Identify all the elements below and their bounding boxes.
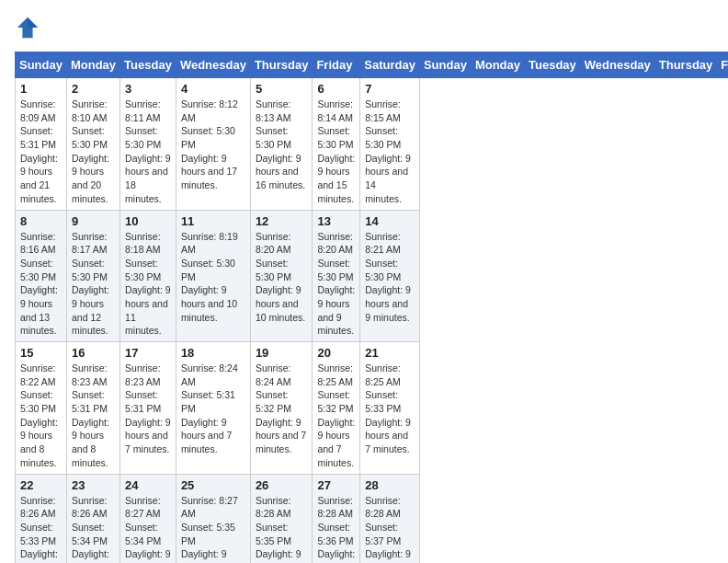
day-number: 5 xyxy=(256,82,308,96)
day-number: 15 xyxy=(20,346,62,360)
day-number: 3 xyxy=(125,82,171,96)
calendar-cell: 24 Sunrise: 8:27 AMSunset: 5:34 PMDaylig… xyxy=(120,474,176,563)
day-info: Sunrise: 8:28 AMSunset: 5:37 PMDaylight:… xyxy=(365,494,415,564)
day-info: Sunrise: 8:20 AMSunset: 5:30 PMDaylight:… xyxy=(317,230,355,339)
day-number: 19 xyxy=(256,346,308,360)
logo-icon xyxy=(15,15,40,40)
day-number: 22 xyxy=(20,478,62,492)
calendar-cell: 21 Sunrise: 8:25 AMSunset: 5:33 PMDaylig… xyxy=(360,342,420,475)
calendar-cell: 1 Sunrise: 8:09 AMSunset: 5:31 PMDayligh… xyxy=(16,78,67,211)
calendar-cell: 23 Sunrise: 8:26 AMSunset: 5:34 PMDaylig… xyxy=(66,474,119,563)
day-info: Sunrise: 8:24 AMSunset: 5:31 PMDaylight:… xyxy=(181,362,245,456)
day-info: Sunrise: 8:10 AMSunset: 5:30 PMDaylight:… xyxy=(72,98,115,206)
svg-marker-1 xyxy=(28,17,38,28)
day-number: 11 xyxy=(181,214,245,228)
day-header-monday: Monday xyxy=(471,52,524,78)
logo xyxy=(15,15,44,40)
day-info: Sunrise: 8:23 AMSunset: 5:31 PMDaylight:… xyxy=(72,362,115,470)
calendar-cell: 12 Sunrise: 8:20 AMSunset: 5:30 PMDaylig… xyxy=(250,210,313,342)
day-number: 2 xyxy=(72,82,115,96)
day-number: 4 xyxy=(181,82,245,96)
day-info: Sunrise: 8:23 AMSunset: 5:31 PMDaylight:… xyxy=(125,362,171,456)
day-number: 18 xyxy=(181,346,245,360)
day-number: 6 xyxy=(317,82,355,96)
calendar-cell: 6 Sunrise: 8:14 AMSunset: 5:30 PMDayligh… xyxy=(313,78,360,211)
day-info: Sunrise: 8:15 AMSunset: 5:30 PMDaylight:… xyxy=(365,98,415,206)
calendar-cell: 19 Sunrise: 8:24 AMSunset: 5:32 PMDaylig… xyxy=(250,342,313,475)
day-number: 23 xyxy=(72,478,115,492)
day-header-sunday: Sunday xyxy=(419,52,471,78)
calendar-cell: 3 Sunrise: 8:11 AMSunset: 5:30 PMDayligh… xyxy=(120,78,176,211)
calendar-cell: 7 Sunrise: 8:15 AMSunset: 5:30 PMDayligh… xyxy=(360,78,420,211)
day-info: Sunrise: 8:26 AMSunset: 5:34 PMDaylight:… xyxy=(72,494,115,564)
calendar-cell: 13 Sunrise: 8:20 AMSunset: 5:30 PMDaylig… xyxy=(313,210,360,342)
day-number: 28 xyxy=(365,478,415,492)
day-number: 26 xyxy=(256,478,308,492)
day-number: 20 xyxy=(317,346,355,360)
calendar-cell: 22 Sunrise: 8:26 AMSunset: 5:33 PMDaylig… xyxy=(16,474,67,563)
day-info: Sunrise: 8:16 AMSunset: 5:30 PMDaylight:… xyxy=(20,230,62,339)
day-info: Sunrise: 8:11 AMSunset: 5:30 PMDaylight:… xyxy=(125,98,171,206)
day-info: Sunrise: 8:27 AMSunset: 5:35 PMDaylight:… xyxy=(181,494,245,564)
day-info: Sunrise: 8:21 AMSunset: 5:30 PMDaylight:… xyxy=(365,230,415,325)
day-header-thursday: Thursday xyxy=(654,52,717,78)
day-number: 17 xyxy=(125,346,171,360)
day-header-thursday: Thursday xyxy=(250,52,313,78)
day-number: 13 xyxy=(317,214,355,228)
calendar-cell: 26 Sunrise: 8:28 AMSunset: 5:35 PMDaylig… xyxy=(250,474,313,563)
day-header-sunday: Sunday xyxy=(16,52,67,78)
calendar-cell: 27 Sunrise: 8:28 AMSunset: 5:36 PMDaylig… xyxy=(313,474,360,563)
day-number: 9 xyxy=(72,214,115,228)
day-header-friday: Friday xyxy=(717,52,728,78)
day-info: Sunrise: 8:25 AMSunset: 5:32 PMDaylight:… xyxy=(317,362,355,470)
day-info: Sunrise: 8:17 AMSunset: 5:30 PMDaylight:… xyxy=(72,230,115,339)
day-header-monday: Monday xyxy=(66,52,119,78)
day-info: Sunrise: 8:26 AMSunset: 5:33 PMDaylight:… xyxy=(20,494,62,564)
day-number: 8 xyxy=(20,214,62,228)
day-info: Sunrise: 8:25 AMSunset: 5:33 PMDaylight:… xyxy=(365,362,415,456)
day-number: 21 xyxy=(365,346,415,360)
day-number: 24 xyxy=(125,478,171,492)
calendar-cell: 8 Sunrise: 8:16 AMSunset: 5:30 PMDayligh… xyxy=(16,210,67,342)
week-row-3: 15 Sunrise: 8:22 AMSunset: 5:30 PMDaylig… xyxy=(16,342,729,475)
day-number: 25 xyxy=(181,478,245,492)
day-header-wednesday: Wednesday xyxy=(580,52,654,78)
day-info: Sunrise: 8:18 AMSunset: 5:30 PMDaylight:… xyxy=(125,230,171,339)
calendar-table: SundayMondayTuesdayWednesdayThursdayFrid… xyxy=(15,52,728,563)
calendar-cell: 10 Sunrise: 8:18 AMSunset: 5:30 PMDaylig… xyxy=(120,210,176,342)
calendar-cell: 14 Sunrise: 8:21 AMSunset: 5:30 PMDaylig… xyxy=(360,210,420,342)
week-row-4: 22 Sunrise: 8:26 AMSunset: 5:33 PMDaylig… xyxy=(16,474,729,563)
week-row-2: 8 Sunrise: 8:16 AMSunset: 5:30 PMDayligh… xyxy=(16,210,729,342)
calendar-cell: 5 Sunrise: 8:13 AMSunset: 5:30 PMDayligh… xyxy=(250,78,313,211)
day-number: 12 xyxy=(256,214,308,228)
calendar-header-row: SundayMondayTuesdayWednesdayThursdayFrid… xyxy=(16,52,729,78)
day-info: Sunrise: 8:14 AMSunset: 5:30 PMDaylight:… xyxy=(317,98,355,206)
calendar-cell: 15 Sunrise: 8:22 AMSunset: 5:30 PMDaylig… xyxy=(16,342,67,475)
calendar-cell: 20 Sunrise: 8:25 AMSunset: 5:32 PMDaylig… xyxy=(313,342,360,475)
day-info: Sunrise: 8:27 AMSunset: 5:34 PMDaylight:… xyxy=(125,494,171,564)
day-info: Sunrise: 8:28 AMSunset: 5:35 PMDaylight:… xyxy=(256,494,308,564)
calendar-cell: 18 Sunrise: 8:24 AMSunset: 5:31 PMDaylig… xyxy=(176,342,250,475)
calendar-cell: 2 Sunrise: 8:10 AMSunset: 5:30 PMDayligh… xyxy=(66,78,119,211)
day-info: Sunrise: 8:22 AMSunset: 5:30 PMDaylight:… xyxy=(20,362,62,470)
week-row-1: 1 Sunrise: 8:09 AMSunset: 5:31 PMDayligh… xyxy=(16,78,729,211)
day-header-tuesday: Tuesday xyxy=(525,52,581,78)
calendar-cell: 28 Sunrise: 8:28 AMSunset: 5:37 PMDaylig… xyxy=(360,474,420,563)
day-number: 14 xyxy=(365,214,415,228)
day-header-tuesday: Tuesday xyxy=(120,52,176,78)
calendar-cell: 17 Sunrise: 8:23 AMSunset: 5:31 PMDaylig… xyxy=(120,342,176,475)
day-info: Sunrise: 8:09 AMSunset: 5:31 PMDaylight:… xyxy=(20,98,62,206)
day-number: 7 xyxy=(365,82,415,96)
day-header-wednesday: Wednesday xyxy=(176,52,250,78)
day-info: Sunrise: 8:28 AMSunset: 5:36 PMDaylight:… xyxy=(317,494,355,564)
day-info: Sunrise: 8:19 AMSunset: 5:30 PMDaylight:… xyxy=(181,230,245,325)
day-number: 27 xyxy=(317,478,355,492)
day-info: Sunrise: 8:13 AMSunset: 5:30 PMDaylight:… xyxy=(256,98,308,192)
day-info: Sunrise: 8:12 AMSunset: 5:30 PMDaylight:… xyxy=(181,98,245,192)
calendar-cell: 16 Sunrise: 8:23 AMSunset: 5:31 PMDaylig… xyxy=(66,342,119,475)
calendar-cell: 25 Sunrise: 8:27 AMSunset: 5:35 PMDaylig… xyxy=(176,474,250,563)
calendar-cell: 9 Sunrise: 8:17 AMSunset: 5:30 PMDayligh… xyxy=(66,210,119,342)
day-header-friday: Friday xyxy=(313,52,360,78)
day-number: 16 xyxy=(72,346,115,360)
day-info: Sunrise: 8:24 AMSunset: 5:32 PMDaylight:… xyxy=(256,362,308,456)
